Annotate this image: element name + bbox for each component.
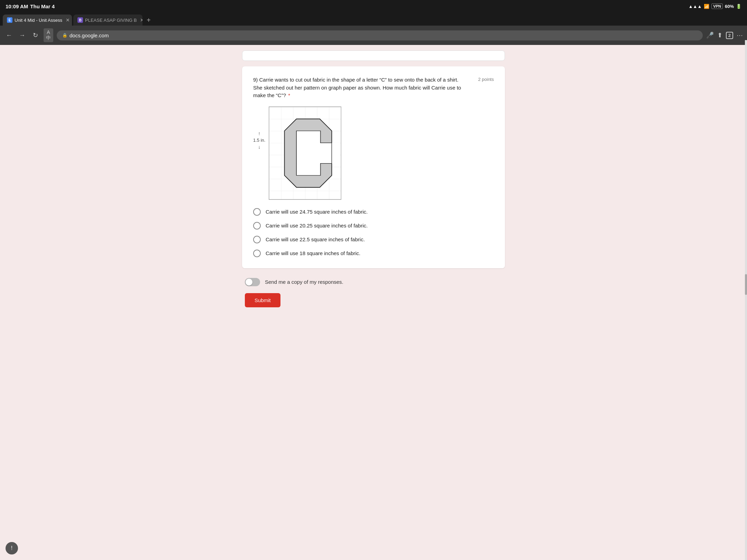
c-shape-diagram <box>269 106 341 200</box>
status-time-area: 10:09 AM Thu Mar 4 <box>6 3 55 9</box>
wifi-icon: 📶 <box>704 4 709 9</box>
scrollbar[interactable] <box>745 40 747 560</box>
scrollbar-thumb[interactable] <box>745 274 747 295</box>
battery-display: 60% <box>725 4 734 9</box>
dim-text: 1.5 in. <box>253 138 265 143</box>
question-header: 9) Carrie wants to cut out fabric in the… <box>253 76 494 100</box>
tab-icon-googledocs: E <box>7 17 12 23</box>
dim-arrow-up: ↑ <box>258 131 260 136</box>
tab-label-2: PLEASE ASAP GIVING B <box>85 18 137 23</box>
option-text-2: Carrie will use 20.25 square inches of f… <box>266 223 368 228</box>
tab-label-1: Unit 4 Mid - Unit Assess <box>15 18 62 23</box>
question-main-text: Carrie wants to cut out fabric in the sh… <box>259 77 459 83</box>
send-copy-row: Send me a copy of my responses. <box>245 275 502 289</box>
option-item-1[interactable]: Carrie will use 24.75 square inches of f… <box>253 208 494 216</box>
microphone-button[interactable]: 🎤 <box>706 31 714 39</box>
date-display: Thu Mar 4 <box>30 3 55 9</box>
question-number: 9) <box>253 77 258 83</box>
dim-arrow-down: ↓ <box>258 144 260 150</box>
browser-chrome: E Unit 4 Mid - Unit Assess ✕ B PLEASE AS… <box>0 12 747 45</box>
radio-button-3[interactable] <box>253 236 261 243</box>
previous-question-card <box>242 50 505 61</box>
bug-report-button[interactable]: ! <box>6 542 18 554</box>
more-options-button[interactable]: ⋯ <box>737 31 743 39</box>
forward-button[interactable]: → <box>17 32 27 39</box>
translate-button[interactable]: A中 <box>44 28 53 42</box>
bottom-area: Send me a copy of my responses. Submit <box>242 275 505 311</box>
tab-unit4-mid[interactable]: E Unit 4 Mid - Unit Assess ✕ <box>3 15 72 26</box>
option-text-4: Carrie will use 18 square inches of fabr… <box>266 250 360 256</box>
time-display: 10:09 AM <box>6 3 28 9</box>
question-card: 9) Carrie wants to cut out fabric in the… <box>242 66 505 268</box>
browser-toolbar: ← → ↻ A中 🔒 docs.google.com 🎤 ⬆ 2 ⋯ <box>0 26 747 45</box>
required-star: * <box>288 92 290 98</box>
radio-button-4[interactable] <box>253 250 261 257</box>
status-bar: 10:09 AM Thu Mar 4 ▲▲▲ 📶 VPN 60% 🔋 <box>0 0 747 12</box>
submit-row: Submit <box>245 289 502 311</box>
share-button[interactable]: ⬆ <box>717 31 722 39</box>
option-text-3: Carrie will use 22.5 square inches of fa… <box>266 236 365 242</box>
address-bar[interactable]: 🔒 docs.google.com <box>57 30 703 40</box>
tab-brainly[interactable]: B PLEASE ASAP GIVING B ✕ <box>73 15 142 26</box>
page-content: 9) Carrie wants to cut out fabric in the… <box>0 45 747 560</box>
signal-icon: ▲▲▲ <box>689 4 702 9</box>
option-item-3[interactable]: Carrie will use 22.5 square inches of fa… <box>253 236 494 243</box>
question-sub-text: She sketched out her pattern on graph pa… <box>253 85 461 99</box>
tab-bar: E Unit 4 Mid - Unit Assess ✕ B PLEASE AS… <box>0 12 747 26</box>
points-label: 2 points <box>478 77 494 82</box>
option-item-4[interactable]: Carrie will use 18 square inches of fabr… <box>253 250 494 257</box>
send-copy-toggle[interactable] <box>245 278 260 286</box>
send-copy-label: Send me a copy of my responses. <box>265 279 343 285</box>
dimension-label: ↑1.5 in.↓ <box>253 131 265 150</box>
new-tab-button[interactable]: + <box>144 15 154 26</box>
battery-icon: 🔋 <box>736 4 741 9</box>
lock-icon: 🔒 <box>62 33 67 38</box>
question-text: 9) Carrie wants to cut out fabric in the… <box>253 76 474 100</box>
options-list: Carrie will use 24.75 square inches of f… <box>253 208 494 257</box>
radio-button-2[interactable] <box>253 222 261 230</box>
radio-button-1[interactable] <box>253 208 261 216</box>
vpn-badge: VPN <box>711 3 723 9</box>
url-display: docs.google.com <box>70 32 109 38</box>
tab-close-1[interactable]: ✕ <box>66 17 70 23</box>
option-item-2[interactable]: Carrie will use 20.25 square inches of f… <box>253 222 494 230</box>
reload-button[interactable]: ↻ <box>30 31 40 39</box>
tab-count-button[interactable]: 2 <box>726 32 733 39</box>
back-button[interactable]: ← <box>4 32 14 39</box>
diagram-container: ↑1.5 in.↓ <box>253 106 494 200</box>
status-icons-area: ▲▲▲ 📶 VPN 60% 🔋 <box>689 3 741 9</box>
submit-button[interactable]: Submit <box>245 293 280 307</box>
toggle-knob <box>246 279 252 286</box>
option-text-1: Carrie will use 24.75 square inches of f… <box>266 209 368 215</box>
tab-close-2[interactable]: ✕ <box>140 17 142 23</box>
toolbar-actions: 🎤 ⬆ 2 ⋯ <box>706 31 743 39</box>
tab-icon-brainly: B <box>77 17 83 23</box>
